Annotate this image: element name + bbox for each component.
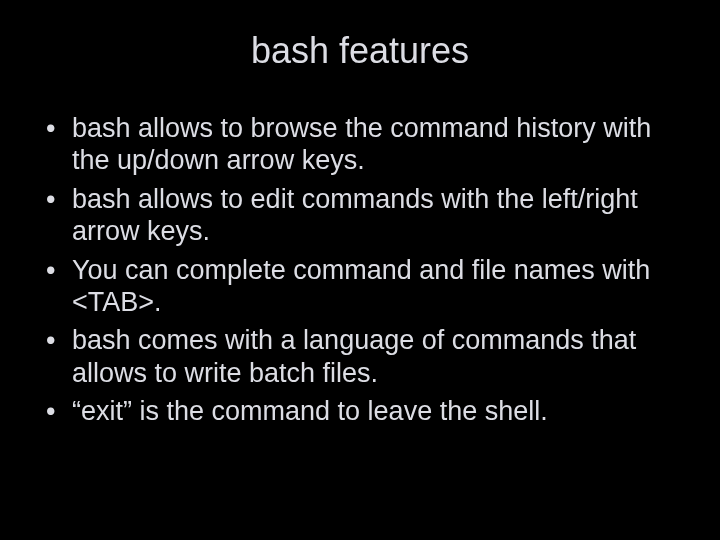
slide: bash features bash allows to browse the …: [0, 0, 720, 540]
list-item: bash allows to browse the command histor…: [40, 112, 680, 177]
list-item: bash allows to edit commands with the le…: [40, 183, 680, 248]
bullet-list: bash allows to browse the command histor…: [30, 112, 690, 428]
list-item: bash comes with a language of commands t…: [40, 324, 680, 389]
list-item: “exit” is the command to leave the shell…: [40, 395, 680, 427]
slide-title: bash features: [30, 30, 690, 72]
list-item: You can complete command and file names …: [40, 254, 680, 319]
